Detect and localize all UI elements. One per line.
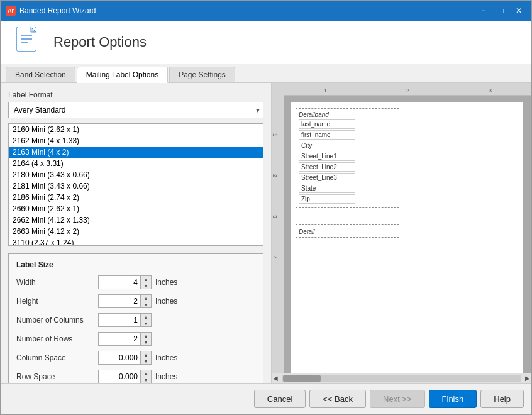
num-rows-spin-up[interactable]: ▲	[141, 333, 151, 339]
help-button[interactable]: Help	[480, 390, 524, 408]
num-rows-spin-down[interactable]: ▼	[141, 339, 151, 345]
num-columns-spinbox: ▲ ▼	[98, 313, 152, 327]
title-bar: Ar Banded Report Wizard − □ ✕	[1, 1, 531, 21]
close-button[interactable]: ✕	[511, 4, 526, 17]
num-rows-input[interactable]	[98, 332, 141, 346]
row-space-unit: Inches	[155, 372, 177, 381]
listbox-item[interactable]: 2164 (4 x 3.31)	[9, 158, 263, 169]
col-space-input[interactable]	[98, 351, 141, 365]
col-space-spin-down[interactable]: ▼	[141, 358, 151, 364]
main-window: Ar Banded Report Wizard − □ ✕ Report Opt…	[0, 0, 532, 415]
listbox-item[interactable]: 2186 Mini (2.74 x 2)	[9, 192, 263, 203]
ruler-left-number-4: 4	[272, 256, 278, 259]
listbox-item[interactable]: 2162 Mini (4 x 1.33)	[9, 135, 263, 147]
field-street-line3: Street_Line3	[299, 173, 355, 182]
canvas-area: Detailband last_name first_name City Str…	[284, 96, 531, 373]
width-spin-arrows: ▲ ▼	[141, 275, 152, 289]
field-city: City	[299, 141, 355, 150]
num-columns-input[interactable]	[98, 313, 141, 327]
num-rows-spin-arrows: ▲ ▼	[141, 332, 152, 346]
height-spin-down[interactable]: ▼	[141, 301, 151, 307]
field-state: State	[299, 184, 355, 193]
height-row: Height ▲ ▼ Inches	[16, 294, 255, 308]
row-space-spinbox: ▲ ▼	[98, 370, 152, 383]
header-bar: Report Options	[1, 21, 531, 64]
width-row: Width ▲ ▼ Inches	[16, 275, 255, 289]
minimize-button[interactable]: −	[476, 4, 491, 17]
detailband-label: Detailband	[299, 111, 396, 118]
num-columns-spin-up[interactable]: ▲	[141, 314, 151, 320]
listbox-item[interactable]: 2662 Mini (4.12 x 1.33)	[9, 214, 263, 226]
label-size-group: Label Size Width ▲ ▼ Inches Height	[8, 253, 263, 383]
row-space-row: Row Space ▲ ▼ Inches	[16, 370, 255, 383]
row-space-input[interactable]	[98, 370, 141, 383]
app-icon: Ar	[6, 6, 16, 16]
height-spin-up[interactable]: ▲	[141, 295, 151, 301]
tab-band-selection[interactable]: Band Selection	[6, 67, 75, 82]
row-space-spin-arrows: ▲ ▼	[141, 370, 152, 383]
num-columns-row: Number of Columns ▲ ▼	[16, 313, 255, 327]
label-format-dropdown-container: Avery Standard ▼	[8, 102, 263, 118]
cancel-button[interactable]: Cancel	[254, 390, 306, 408]
label-listbox[interactable]: 2160 Mini (2.62 x 1)2162 Mini (4 x 1.33)…	[8, 123, 263, 246]
ruler-tick-2: 2	[367, 83, 449, 95]
listbox-item[interactable]: 2163 Mini (4 x 2)	[9, 147, 263, 158]
page-content: Detailband last_name first_name City Str…	[291, 102, 523, 373]
listbox-item[interactable]: 3110 (2.37 x 1.24)	[9, 237, 263, 246]
col-space-label: Column Space	[16, 353, 98, 362]
tab-page-settings[interactable]: Page Settings	[169, 67, 235, 82]
field-street-line2: Street_Line2	[299, 162, 355, 172]
h-scrollbar-area: ◀ ▶	[272, 373, 531, 383]
h-scroll-left-icon[interactable]: ◀	[272, 375, 279, 382]
ruler-left-number-1: 1	[272, 133, 278, 136]
num-columns-spin-down[interactable]: ▼	[141, 320, 151, 326]
tab-mailing-label[interactable]: Mailing Label Options	[77, 67, 168, 83]
label-format-dropdown[interactable]: Avery Standard	[8, 102, 263, 118]
height-spin-arrows: ▲ ▼	[141, 294, 152, 308]
width-spinbox: ▲ ▼	[98, 275, 152, 289]
page-title: Report Options	[53, 34, 147, 50]
report-icon	[13, 27, 43, 57]
listbox-item[interactable]: 2180 Mini (3.43 x 0.66)	[9, 169, 263, 180]
tab-bar: Band Selection Mailing Label Options Pag…	[1, 64, 531, 83]
footer-bar: Cancel << Back Next >> Finish Help	[1, 383, 531, 414]
width-spin-down[interactable]: ▼	[141, 282, 151, 289]
maximize-button[interactable]: □	[494, 4, 509, 17]
field-first-name: first_name	[299, 130, 355, 140]
row-space-spin-up[interactable]: ▲	[141, 370, 151, 377]
row-space-spin-down[interactable]: ▼	[141, 377, 151, 383]
listbox-item[interactable]: 2660 Mini (2.62 x 1)	[9, 203, 263, 214]
ruler-left-number-2: 2	[272, 174, 278, 177]
listbox-item[interactable]: 2160 Mini (2.62 x 1)	[9, 124, 263, 135]
right-panel: 1 2 3 1 2 3 4 Detailband	[271, 83, 531, 383]
h-scrollbar-track[interactable]	[282, 375, 521, 382]
finish-button[interactable]: Finish	[429, 390, 477, 408]
h-scrollbar-thumb[interactable]	[283, 375, 321, 382]
window-title: Banded Report Wizard	[19, 6, 476, 15]
height-label: Height	[16, 297, 98, 306]
listbox-item[interactable]: 2663 Mini (4.12 x 2)	[9, 226, 263, 237]
width-spin-up[interactable]: ▲	[141, 276, 151, 282]
col-space-spin-arrows: ▲ ▼	[141, 351, 152, 365]
num-columns-label: Number of Columns	[16, 316, 98, 324]
label-format-label: Label Format	[8, 91, 263, 99]
next-button[interactable]: Next >>	[370, 390, 425, 408]
h-scroll-right-icon[interactable]: ▶	[524, 375, 531, 382]
height-unit: Inches	[155, 297, 177, 306]
height-spinbox: ▲ ▼	[98, 294, 152, 308]
num-rows-label: Number of Rows	[16, 335, 98, 343]
back-button[interactable]: << Back	[309, 390, 366, 408]
height-input[interactable]	[98, 294, 141, 308]
width-input[interactable]	[98, 275, 141, 289]
preview-area[interactable]: 1 2 3 1 2 3 4 Detailband	[272, 83, 531, 373]
row-space-label: Row Space	[16, 372, 98, 381]
ruler-tick-1: 1	[284, 83, 367, 95]
ruler-top: 1 2 3	[284, 83, 531, 96]
field-street-line1: Street_Line1	[299, 152, 355, 161]
detailband-footer: Detail	[296, 224, 399, 238]
listbox-item[interactable]: 2181 Mini (3.43 x 0.66)	[9, 180, 263, 192]
detailband-box: Detailband last_name first_name City Str…	[296, 108, 399, 208]
col-space-spin-up[interactable]: ▲	[141, 351, 151, 358]
left-panel: Label Format Avery Standard ▼ 2160 Mini …	[1, 83, 271, 383]
ruler-left: 1 2 3 4	[272, 96, 284, 373]
